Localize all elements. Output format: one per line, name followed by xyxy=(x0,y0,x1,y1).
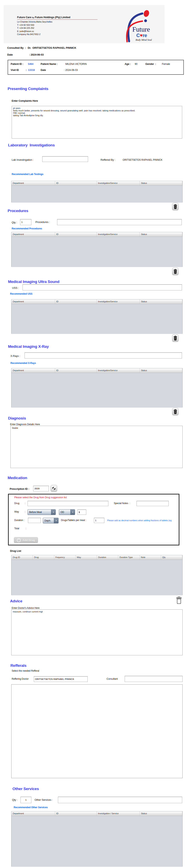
recommended-lab-testings-link[interactable]: Recommended Lab Testings xyxy=(12,173,43,176)
presenting-complaints-title: Presenting Complaints xyxy=(8,87,48,91)
way-select[interactable]: Before Meal ▼ xyxy=(28,509,56,515)
col-department: Department xyxy=(11,300,55,304)
times-input[interactable] xyxy=(77,509,86,515)
patient-age-label: Age : xyxy=(125,63,131,65)
uss-label: USS : xyxy=(12,286,19,289)
patient-gender-value: Female xyxy=(162,63,170,65)
svg-text:↻: ↻ xyxy=(175,338,176,340)
duration-unit-select[interactable]: Day/s ▼ xyxy=(43,518,59,523)
advice-textarea[interactable]: reassure, continue current mgt xyxy=(11,610,183,655)
col-department: Department xyxy=(11,232,55,237)
diagnosis-textarea[interactable]: Stable xyxy=(10,426,183,468)
procedures-table-body xyxy=(11,237,182,267)
xray-input[interactable] xyxy=(25,352,182,359)
xray-clear-trash-button[interactable]: ↻ xyxy=(172,408,179,415)
chevron-down-icon: ▼ xyxy=(54,518,58,523)
duration-input[interactable] xyxy=(28,518,41,523)
col-department: Department xyxy=(11,811,55,816)
drug-warning-text: Please select the Drug from Drug suggess… xyxy=(14,496,67,499)
special-notes-label: Special Notes : xyxy=(114,502,130,505)
drug-input[interactable] xyxy=(28,501,108,506)
company-name-main: Future Care xyxy=(17,16,31,19)
referral-list-box[interactable] xyxy=(11,684,183,778)
recommended-uss-link[interactable]: Recommended USS xyxy=(10,292,32,295)
prescription-id-input[interactable] xyxy=(33,486,49,491)
frequency-select[interactable]: OD ▼ xyxy=(59,509,75,515)
duration-unit-value: Day/s xyxy=(43,518,54,523)
prescription-refresh-button[interactable] xyxy=(51,485,57,492)
col-note: Note xyxy=(140,555,161,560)
trash-icon: ↻ xyxy=(173,336,177,341)
xray-title: Medical Imaging X-Ray xyxy=(8,344,49,349)
visit-date-value: : 2024-06-03 xyxy=(64,69,78,71)
patient-name-value: MILENA VICTORIN xyxy=(65,63,87,65)
other-services-qty-label: Qty : xyxy=(12,798,17,801)
add-drug-button[interactable]: + Add Drug xyxy=(14,537,38,543)
svg-text:↻: ↻ xyxy=(175,206,176,208)
col-id: ID xyxy=(55,368,97,373)
col-drug-id: Drug ID xyxy=(11,555,33,560)
company-address: Le Chainter,Victoria,Mahe,Seychelles xyxy=(17,20,52,24)
drug-label: Drug xyxy=(14,502,19,505)
referrals-subtitle: Select the needed Refferal xyxy=(12,670,39,672)
special-notes-input[interactable] xyxy=(137,501,169,506)
uss-clear-trash-button[interactable]: ↻ xyxy=(172,335,179,342)
complaints-textarea[interactable]: pt seen feels much better, presents for … xyxy=(12,106,182,138)
referring-doctor-input[interactable] xyxy=(34,676,88,682)
company-number: Company No.8417652-2 xyxy=(17,33,52,36)
visit-id-label: Visit ID xyxy=(11,69,19,71)
way-label: Way xyxy=(14,510,19,513)
procedures-input-label: Procedures : xyxy=(35,220,50,223)
lab-referred-by-label: Reffered By : xyxy=(101,158,115,161)
trash-icon: ↻ xyxy=(173,269,177,274)
per-meal-input[interactable] xyxy=(94,518,104,523)
lab-table-body xyxy=(11,186,182,203)
add-drug-label: Add Drug xyxy=(23,539,35,542)
laboratory-investigations-title: Laboratory Investigations xyxy=(8,143,55,148)
col-investigation-service: Investigation/Service xyxy=(97,368,140,373)
col-status: Status xyxy=(140,368,182,373)
other-services-qty-input[interactable] xyxy=(21,797,31,803)
procedures-clear-trash-button[interactable]: ↻ xyxy=(172,268,179,275)
recommended-xrays-link[interactable]: Recommended X-Rays xyxy=(10,362,36,365)
lab-clear-trash-button[interactable]: ↻ xyxy=(172,203,179,210)
heart-icon: ♥ xyxy=(140,33,143,38)
consultant-input[interactable] xyxy=(125,676,183,682)
xray-table: Department ID Investigation/Service Stat… xyxy=(11,368,183,407)
company-email: E: jude@future.sc xyxy=(17,30,52,33)
procedures-title: Procedures xyxy=(8,209,28,213)
drug-list-table-header: Drug ID Drug Fequency Way Duration Durat… xyxy=(11,555,182,560)
lab-investigation-label: Lab Investingation : xyxy=(12,158,34,161)
col-qty: Qty xyxy=(161,555,182,560)
col-investigation-service: Investigation/Service xyxy=(97,181,140,185)
drug-list-table: Drug ID Drug Fequency Way Duration Durat… xyxy=(11,555,183,595)
advice-clear-trash-button[interactable] xyxy=(175,596,183,605)
col-id: ID xyxy=(55,181,97,185)
patient-id-value: 5464 xyxy=(28,63,33,65)
uss-input[interactable] xyxy=(23,284,182,290)
lab-table: Department ID Investigation/Service Stat… xyxy=(11,181,183,203)
consulted-by-value: Dr. ORITSETSETOS RAPHAEL PINNICK xyxy=(28,46,76,49)
lab-investigation-input[interactable] xyxy=(42,156,88,162)
recommended-other-services-link[interactable]: Recommended Other Services xyxy=(14,806,48,809)
other-services-input-label: Other Services : xyxy=(35,798,53,801)
col-id: ID xyxy=(55,300,97,304)
col-duration: Duration xyxy=(97,555,118,560)
prescription-id-label: Prescription ID : xyxy=(10,487,29,490)
other-services-title: Other Services xyxy=(12,787,39,791)
trash-icon: ↻ xyxy=(173,204,177,209)
other-services-input[interactable] xyxy=(58,797,182,803)
other-services-table: Department ID Investigation / Service St… xyxy=(11,811,183,867)
xray-table-header: Department ID Investigation/Service Stat… xyxy=(11,368,182,373)
procedures-qty-input[interactable] xyxy=(20,219,31,225)
col-duration-type: Duration Type xyxy=(118,555,140,560)
col-investigation-service: Investigation / Service xyxy=(97,811,140,816)
company-phone-1: T: +24 82 593 593 xyxy=(17,24,52,27)
company-address-block: Le Chainter,Victoria,Mahe,Seychelles T: … xyxy=(17,20,52,36)
future-care-logo: Future C♥re Body Mind Soul xyxy=(118,9,158,42)
company-name: Future Care by Future Holdings (Pty) Lim… xyxy=(17,16,70,19)
total-label: Total xyxy=(14,527,19,530)
advice-title: Advice xyxy=(10,599,22,603)
recommended-procedures-link[interactable]: Recommended Procedures xyxy=(12,227,42,230)
procedures-input[interactable] xyxy=(57,219,182,225)
